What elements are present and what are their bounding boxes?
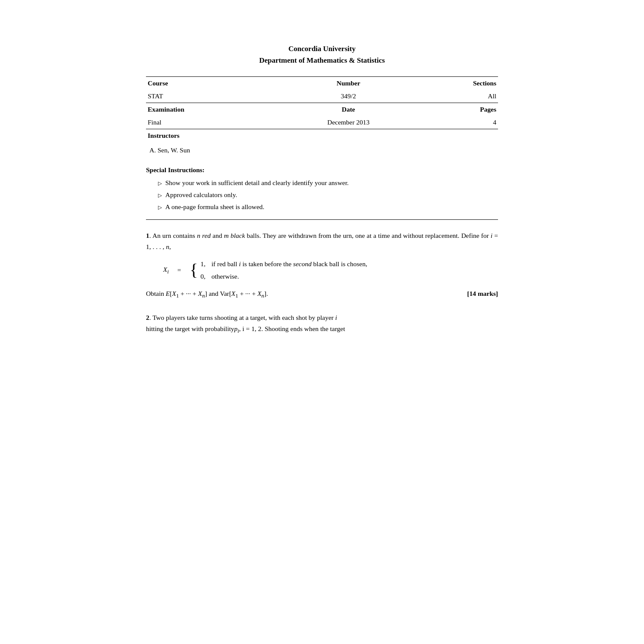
date-header: Date — [287, 103, 410, 116]
obtain-text: Obtain E[X1 + ··· + Xn] and Var[X1 + ···… — [146, 288, 268, 300]
problem-1-number: 1 — [146, 232, 149, 239]
left-brace-icon: { — [190, 258, 198, 282]
m-variable: m — [224, 232, 229, 239]
sections-value: All — [410, 90, 498, 103]
problem-2-number: 2 — [146, 314, 149, 321]
course-header: Course — [146, 77, 287, 90]
info-table: Course Number Sections STAT 349/2 All Ex… — [146, 76, 498, 160]
problem-1: 1. An urn contains n red and m black bal… — [146, 230, 498, 300]
department-name: Department of Mathematics & Statistics — [259, 56, 385, 64]
case-1-row: 1, if red ball i is taken before the sec… — [200, 258, 367, 270]
instructors-label: Instructors — [148, 132, 496, 140]
case-1-text: if red ball i is taken before the second… — [211, 258, 367, 270]
case-2-row: 0, otherwise. — [200, 271, 367, 282]
special-instructions: Special Instructions: ▷ Show your work i… — [146, 166, 498, 211]
case-2-val: 0, — [200, 271, 209, 282]
black-text: black — [231, 232, 245, 239]
number-value: 349/2 — [287, 90, 410, 103]
list-item: ▷ Approved calculators only. — [155, 191, 498, 199]
instruction-list: ▷ Show your work in sufficient detail an… — [155, 179, 498, 211]
date-value: December 2013 — [287, 116, 410, 129]
problem-section: 1. An urn contains n red and m black bal… — [146, 230, 498, 335]
xi-definition: Xi = { 1, if red ball i is taken before … — [163, 258, 498, 282]
bullet-icon: ▷ — [158, 204, 162, 211]
problem-2-text1: . Two players take turns shooting at a t… — [149, 314, 334, 321]
xi-label: Xi — [163, 264, 169, 276]
bullet-icon: ▷ — [158, 180, 162, 187]
marks-label: [14 marks] — [467, 288, 498, 299]
obtain-line: Obtain E[X1 + ··· + Xn] and Var[X1 + ···… — [146, 288, 498, 300]
list-item: ▷ A one-page formula sheet is allowed. — [155, 203, 498, 211]
i-var: i — [491, 232, 492, 239]
instruction-2: Approved calculators only. — [165, 191, 237, 199]
sections-header: Sections — [410, 77, 498, 90]
instruction-3: A one-page formula sheet is allowed. — [165, 203, 264, 211]
problem-2: 2. Two players take turns shooting at a … — [146, 312, 498, 335]
problem-1-text-before: . An urn contains — [149, 232, 195, 239]
problem-2-text: 2. Two players take turns shooting at a … — [146, 312, 498, 335]
problem-1-text: 1. An urn contains n red and m black bal… — [146, 230, 498, 252]
brace-container: { 1, if red ball i is taken before the s… — [190, 258, 367, 282]
special-instructions-title: Special Instructions: — [146, 166, 498, 174]
examination-header: Examination — [146, 103, 287, 116]
page: Concordia University Department of Mathe… — [146, 43, 498, 347]
number-header: Number — [287, 77, 410, 90]
instruction-1: Show your work in sufficient detail and … — [165, 179, 349, 187]
problem-2-text3: , i = 1, 2. Shooting ends when the targe… — [239, 325, 345, 332]
red-text: red — [202, 232, 211, 239]
problem-2-text2: hitting the target with probability — [146, 325, 234, 332]
n-var2: n — [166, 243, 170, 250]
list-item: ▷ Show your work in sufficient detail an… — [155, 179, 498, 187]
pages-header: Pages — [410, 103, 498, 116]
n-variable: n — [197, 232, 200, 239]
cases-table: 1, if red ball i is taken before the sec… — [200, 258, 367, 282]
header: Concordia University Department of Mathe… — [146, 43, 498, 66]
case-1-val: 1, — [200, 258, 209, 270]
section-divider — [146, 219, 498, 220]
university-name: Concordia University — [289, 45, 355, 53]
course-value: STAT — [146, 90, 287, 103]
bullet-icon: ▷ — [158, 192, 162, 199]
examination-value: Final — [146, 116, 287, 129]
instructors-value: A. Sen, W. Sun — [148, 145, 496, 158]
equals-sign: = — [177, 264, 181, 276]
pages-value: 4 — [410, 116, 498, 129]
case-2-text: otherwise. — [211, 271, 239, 282]
